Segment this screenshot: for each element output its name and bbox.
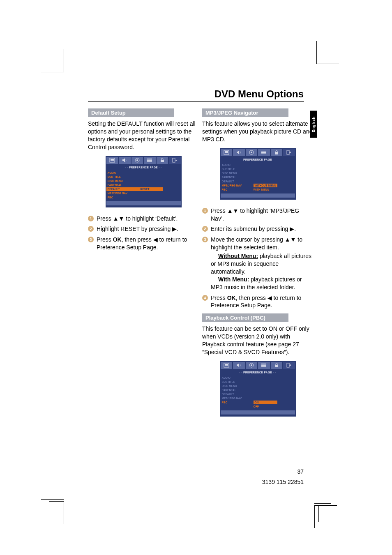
osd-tab-audio-icon	[246, 149, 258, 156]
step-3: 3 Move the cursor by pressing ▲▼ to high…	[202, 236, 313, 291]
svg-rect-11	[225, 151, 228, 153]
step-text: Press OK, then press ◀ to return to Pref…	[211, 295, 301, 309]
default-intro: Setting the DEFAULT function will reset …	[88, 120, 199, 151]
osd-item-selected: PBC	[222, 401, 254, 404]
svg-point-4	[136, 159, 138, 161]
right-column: MP3/JPEG Navigator This feature allows y…	[202, 108, 313, 424]
left-column: Default Setup Setting the DEFAULT functi…	[88, 108, 199, 254]
page-number: 37	[297, 468, 304, 475]
svg-marker-2	[122, 158, 125, 162]
osd-tab-lock-icon	[271, 362, 283, 369]
svg-rect-25	[261, 364, 266, 367]
svg-rect-19	[287, 150, 289, 154]
svg-point-24	[251, 364, 252, 366]
osd-page-title: - - PREFERENCE PAGE - -	[220, 369, 296, 376]
step-text: Enter its submenu by pressing ▶.	[211, 226, 296, 232]
svg-rect-29	[287, 363, 289, 367]
step-1: 1Press ▲▼ to highlight ‘MP3/JPEG Nav’.	[202, 207, 313, 223]
osd-item: SUBTITLE	[222, 380, 254, 383]
osd-item: SUBTITLE	[108, 175, 139, 178]
osd-tab-speaker-icon	[233, 362, 245, 369]
osd-item: AUDIO	[108, 171, 139, 174]
osd-item: DISC MENU	[222, 385, 254, 387]
step-bullet-icon: 2	[202, 226, 208, 232]
osd-tab-lock-icon	[271, 149, 283, 156]
svg-rect-15	[261, 151, 266, 154]
osd-tab-general-icon	[221, 149, 233, 156]
osd-footer	[221, 193, 295, 198]
step-bullet-icon: 1	[88, 216, 94, 221]
step-3: 3Press OK, then press ◀ to return to Pre…	[88, 236, 199, 251]
svg-rect-9	[173, 158, 175, 162]
osd-value-selected: RESET	[139, 187, 163, 191]
osd-tab-row	[106, 156, 182, 164]
osd-tab-speaker-icon	[233, 149, 245, 156]
osd-tab-audio-icon	[131, 157, 143, 164]
osd-item: DISC MENU	[222, 172, 254, 175]
document-id: 3139 115 22851	[262, 479, 304, 485]
step-2: 2Highlight RESET by pressing ▶.	[88, 225, 199, 233]
step-bullet-icon: 1	[202, 208, 208, 214]
with-menu-label: With Menu:	[218, 276, 249, 283]
osd-tab-audio-icon	[246, 362, 258, 369]
pbc-intro: This feature can be set to ON or OFF onl…	[202, 325, 313, 356]
osd-tab-exit-icon	[283, 362, 295, 369]
osd-tab-video-icon	[144, 157, 156, 164]
osd-item: AUDIO	[222, 164, 254, 166]
page-title: DVD Menu Options	[214, 88, 304, 100]
osd-item: DEFAULT	[222, 180, 254, 183]
osd-item: PBC	[108, 196, 139, 199]
heading-mp3-jpeg: MP3/JPEG Navigator	[202, 108, 288, 117]
step-bullet-icon: 3	[88, 237, 94, 242]
osd-value-selected: WITHOUT MENU	[254, 184, 277, 187]
osd-tab-general-icon	[221, 362, 233, 369]
osd-item: AUDIO	[222, 376, 254, 379]
mp3-intro: This feature allows you to select altern…	[202, 120, 313, 143]
svg-marker-12	[237, 150, 239, 154]
osd-default: - - PREFERENCE PAGE - - AUDIO SUBTITLE D…	[106, 156, 182, 207]
osd-item: DISC MENU	[108, 180, 139, 182]
title-rule	[88, 101, 304, 102]
svg-marker-22	[237, 363, 239, 367]
osd-value: WITH MENU	[254, 188, 294, 191]
osd-tab-general-icon	[106, 157, 118, 164]
osd-value-selected: ON	[254, 401, 277, 404]
heading-pbc: Playback Control (PBC)	[202, 313, 288, 322]
osd-item: DEFAULT	[222, 393, 254, 396]
osd-item-selected: DEFAULT	[106, 187, 141, 191]
step-bullet-icon: 2	[88, 226, 94, 232]
osd-tab-video-icon	[258, 362, 270, 369]
svg-rect-21	[225, 364, 228, 366]
osd-tab-lock-icon	[157, 157, 168, 164]
osd-item: PARENTAL	[222, 176, 254, 179]
osd-tab-video-icon	[258, 149, 270, 156]
osd-tab-speaker-icon	[119, 157, 131, 164]
osd-blank	[222, 405, 254, 408]
osd-value: OFF	[254, 405, 294, 408]
osd-item: MP3/JPEG NAV	[108, 192, 139, 195]
osd-item: SUBTITLE	[222, 168, 254, 170]
step-bullet-icon: 4	[202, 295, 208, 301]
osd-tab-row	[220, 148, 296, 156]
osd-mp3: - - PREFERENCE PAGE - - AUDIO SUBTITLE D…	[220, 148, 296, 200]
osd-item-selected: MP3/JPEG NAV	[222, 184, 254, 187]
svg-rect-5	[147, 159, 152, 162]
step-2: 2Enter its submenu by pressing ▶.	[202, 225, 313, 233]
osd-tab-exit-icon	[283, 149, 295, 156]
osd-item: PARENTAL	[222, 389, 254, 391]
osd-footer	[106, 201, 181, 205]
osd-item: PARENTAL	[108, 184, 139, 187]
osd-tab-row	[220, 361, 296, 369]
osd-page-title: - - PREFERENCE PAGE - -	[220, 156, 296, 163]
svg-rect-28	[275, 365, 278, 367]
svg-rect-18	[275, 152, 278, 154]
osd-footer	[221, 410, 295, 415]
osd-page-title: - - PREFERENCE PAGE - -	[106, 164, 182, 171]
without-menu-label: Without Menu:	[218, 253, 258, 259]
osd-item: MP3/JPEG NAV	[222, 397, 254, 400]
step-1: 1Press ▲▼ to highlight ‘Default’.	[88, 215, 199, 223]
step-text: Press OK, then press ◀ to return to Pref…	[97, 236, 187, 251]
step-text: Highlight RESET by pressing ▶.	[97, 226, 178, 232]
step-4: 4Press OK, then press ◀ to return to Pre…	[202, 294, 313, 310]
svg-point-14	[251, 152, 252, 153]
